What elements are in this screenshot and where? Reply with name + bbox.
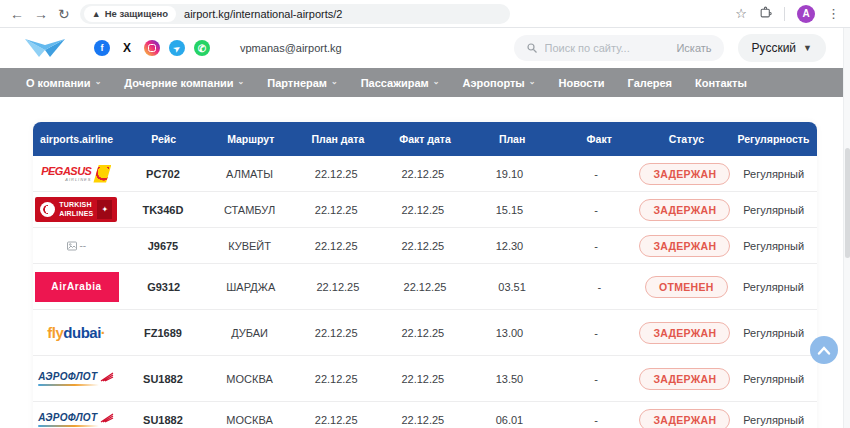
status-cell: ЗАДЕРЖАН: [639, 409, 730, 428]
route: МОСКВА: [206, 414, 293, 426]
fact-time: -: [553, 204, 640, 216]
regularity: Регулярный: [730, 414, 817, 426]
route: АЛМАТЫ: [206, 168, 293, 180]
column-header-fact-time: Факт: [556, 133, 643, 145]
bookmark-star-icon[interactable]: ☆: [735, 7, 747, 20]
social-links: f X ➤ ✆: [94, 40, 210, 56]
plan-date: 22.12.25: [293, 414, 380, 426]
airline-logo-cell: AirArabia: [33, 272, 120, 302]
fact-date: 22.12.25: [380, 414, 467, 426]
status-cell: ОТМЕНЕН: [643, 276, 730, 298]
back-icon[interactable]: ←: [10, 7, 24, 21]
route: ШАРДЖА: [207, 281, 294, 293]
flights-table-body: PEGASUS AIRLINES PC702 АЛМАТЫ 22.12.25 2…: [33, 156, 817, 428]
x-twitter-icon[interactable]: X: [119, 40, 135, 56]
pegasus-tail-icon: [93, 165, 111, 183]
flydubai-logo: flydubai·: [47, 324, 105, 341]
fact-date: 22.12.25: [380, 240, 467, 252]
aeroflot-wing-icon: [100, 372, 114, 382]
facebook-icon[interactable]: f: [94, 40, 110, 56]
fact-time: -: [553, 414, 640, 426]
language-selector[interactable]: Русский ▼: [738, 34, 826, 62]
airline-logo-cell: АЭРОФЛОТ: [33, 371, 120, 386]
nav-item-gallery[interactable]: Галерея: [628, 77, 672, 89]
status-badge: ЗАДЕРЖАН: [639, 235, 730, 257]
forward-icon[interactable]: →: [34, 7, 48, 21]
fact-date: 22.12.25: [381, 281, 468, 293]
address-bar[interactable]: ▲ Не защищено airport.kg/international-a…: [80, 4, 510, 24]
refresh-icon[interactable]: ↻: [58, 7, 70, 21]
table-row: AirArabia G9312 ШАРДЖА 22.12.25 22.12.25…: [33, 264, 817, 310]
broken-image-placeholder: --: [66, 240, 86, 252]
table-row: TURKISH AIRLINES ✦ TK346D СТАМБУЛ 22.12.…: [33, 192, 817, 228]
fact-date: 22.12.25: [380, 327, 467, 339]
regularity: Регулярный: [730, 373, 817, 385]
security-badge[interactable]: ▲ Не защищено: [84, 6, 176, 22]
route: МОСКВА: [206, 373, 293, 385]
search-input[interactable]: [545, 42, 670, 54]
flight-number: PC702: [120, 168, 207, 180]
column-header-plan-date: План дата: [294, 133, 381, 145]
status-cell: ЗАДЕРЖАН: [639, 199, 730, 221]
browser-toolbar: ← → ↻ ▲ Не защищено airport.kg/internati…: [0, 0, 850, 28]
plan-date: 22.12.25: [294, 281, 381, 293]
plan-time: 12.30: [466, 240, 553, 252]
nav-item-about[interactable]: О компании ⌄: [26, 77, 101, 89]
broken-image-icon: [66, 240, 78, 252]
chevron-down-icon: ⌄: [433, 77, 440, 86]
column-header-fact-date: Факт дата: [381, 133, 468, 145]
plan-time: 03.51: [469, 281, 556, 293]
site-search: Искать: [514, 35, 724, 61]
nav-item-passengers[interactable]: Пассажирам ⌄: [361, 77, 440, 89]
nav-item-news[interactable]: Новости: [558, 77, 604, 89]
scrollbar[interactable]: [843, 28, 850, 428]
nav-item-airports[interactable]: Аэропорты ⌄: [462, 77, 535, 89]
whatsapp-icon[interactable]: ✆: [194, 40, 210, 56]
status-badge: ЗАДЕРЖАН: [639, 322, 730, 344]
regularity: Регулярный: [730, 327, 817, 339]
nav-item-contacts[interactable]: Контакты: [695, 77, 747, 89]
nav-item-subsidiaries[interactable]: Дочерние компании ⌄: [124, 77, 244, 89]
browser-menu-icon[interactable]: ⋮: [827, 7, 840, 20]
column-header-plan-time: План: [469, 133, 556, 145]
plan-time: 19.10: [466, 168, 553, 180]
fact-time: -: [553, 240, 640, 252]
status-cell: ЗАДЕРЖАН: [639, 163, 730, 185]
flights-table: airports.airline Рейс Маршрут План дата …: [33, 122, 817, 428]
flight-number: G9312: [120, 281, 207, 293]
telegram-icon[interactable]: ➤: [169, 40, 185, 56]
extensions-icon[interactable]: [759, 6, 772, 21]
fact-date: 22.12.25: [380, 168, 467, 180]
url-text: airport.kg/international-airports/2: [184, 8, 342, 20]
contact-email[interactable]: vpmanas@airport.kg: [240, 42, 342, 54]
scrollbar-thumb[interactable]: [845, 148, 850, 258]
plan-date: 22.12.25: [293, 327, 380, 339]
column-header-regularity: Регулярность: [730, 133, 817, 145]
airport-logo[interactable]: [24, 37, 66, 59]
fact-time: -: [553, 373, 640, 385]
airline-logo-cell: АЭРОФЛОТ: [33, 412, 120, 427]
table-row: flydubai· FZ1689 ДУБАИ 22.12.25 22.12.25…: [33, 310, 817, 356]
chevron-up-icon: [817, 346, 831, 355]
plan-time: 06.01: [466, 414, 553, 426]
status-cell: ЗАДЕРЖАН: [639, 235, 730, 257]
pegasus-airlines-logo: PEGASUS AIRLINES: [41, 165, 111, 183]
flight-number: SU1882: [120, 373, 207, 385]
plan-time: 15.15: [466, 204, 553, 216]
nav-item-partners[interactable]: Партнерам ⌄: [267, 77, 337, 89]
scroll-to-top-button[interactable]: [810, 336, 838, 364]
airline-logo-cell: TURKISH AIRLINES ✦: [33, 197, 120, 222]
route: СТАМБУЛ: [206, 204, 293, 216]
airline-logo-cell: PEGASUS AIRLINES: [33, 165, 120, 183]
profile-avatar[interactable]: A: [797, 5, 815, 23]
plan-date: 22.12.25: [293, 240, 380, 252]
fact-date: 22.12.25: [380, 204, 467, 216]
fact-time: -: [556, 281, 643, 293]
instagram-icon[interactable]: [144, 40, 160, 56]
search-submit-button[interactable]: Искать: [676, 42, 711, 54]
plan-date: 22.12.25: [293, 373, 380, 385]
fact-time: -: [553, 168, 640, 180]
chevron-down-icon: ⌄: [95, 77, 102, 86]
chevron-down-icon: ⌄: [529, 77, 536, 86]
language-label: Русский: [752, 41, 797, 55]
